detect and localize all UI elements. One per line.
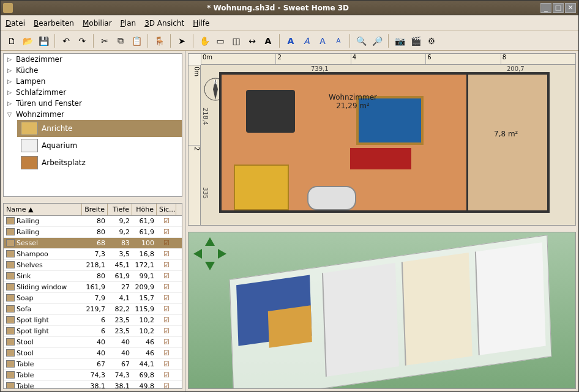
checkbox-icon[interactable]: ☑ — [163, 239, 170, 247]
chevron-right-icon: ▷ — [7, 67, 13, 73]
new-icon[interactable]: 🗋 — [4, 34, 19, 48]
dec-font-icon[interactable]: A — [331, 34, 346, 48]
select-tool-icon[interactable]: ➤ — [174, 34, 189, 48]
plan-view-2d[interactable]: 0m2468 0m2 N Wohnzimmer21,29 m — [188, 53, 576, 226]
redo-icon[interactable]: ↷ — [75, 34, 89, 48]
open-icon[interactable]: 📂 — [20, 34, 35, 48]
menu-bearbeiten[interactable]: Bearbeiten — [34, 19, 74, 28]
bold-icon[interactable]: A — [283, 34, 298, 48]
checkbox-icon[interactable]: ☑ — [163, 261, 170, 269]
table-row[interactable]: Sliding window161,927209,9☑ — [4, 282, 182, 293]
checkbox-icon[interactable]: ☑ — [163, 338, 170, 346]
table-row[interactable]: Sink8061,999,1☑ — [4, 271, 182, 282]
furniture-thumb-icon — [6, 305, 15, 312]
nav-right-icon[interactable] — [218, 249, 226, 259]
create-walls-icon[interactable]: ▭ — [213, 34, 228, 48]
take-photo-icon[interactable]: 📷 — [392, 34, 407, 48]
table-row[interactable]: Spot light623,510,2☑ — [4, 326, 182, 337]
checkbox-icon[interactable]: ☑ — [163, 283, 170, 291]
table-row[interactable]: Railing809,261,9☑ — [4, 227, 182, 238]
titlebar[interactable]: * Wohnung.sh3d - Sweet Home 3D _ □ ✕ — [1, 1, 578, 15]
checkbox-icon[interactable]: ☑ — [163, 327, 170, 335]
checkbox-icon[interactable]: ☑ — [163, 250, 170, 258]
col-name[interactable]: Name ▲ — [4, 204, 82, 215]
table-row[interactable]: Table74,374,369,8☑ — [4, 370, 182, 381]
table-row[interactable]: Stool404046☑ — [4, 348, 182, 359]
category-badezimmer[interactable]: ▷Badezimmer — [4, 54, 182, 65]
paste-icon[interactable]: 📋 — [129, 34, 144, 48]
toolbar: 🗋 📂 💾 ↶ ↷ ✂ ⧉ 📋 🪑 ➤ ✋ ▭ ◫ ↔ A A A A A 🔍 … — [1, 31, 578, 51]
checkbox-icon[interactable]: ☑ — [163, 371, 170, 379]
col-breite[interactable]: Breite — [82, 204, 108, 215]
checkbox-icon[interactable]: ☑ — [163, 316, 170, 324]
chevron-right-icon: ▷ — [7, 78, 13, 84]
col-hoehe[interactable]: Höhe — [132, 204, 157, 215]
furniture-catalog[interactable]: ▷Badezimmer ▷Küche ▷Lampen ▷Schlafzimmer… — [3, 53, 182, 197]
category-lampen[interactable]: ▷Lampen — [4, 76, 182, 87]
pan-tool-icon[interactable]: ✋ — [197, 34, 212, 48]
maximize-button[interactable]: □ — [553, 3, 564, 13]
view-3d[interactable] — [188, 232, 576, 389]
table-row[interactable]: Table38,138,149,8☑ — [4, 381, 182, 388]
catalog-item-anrichte[interactable]: Anrichte — [17, 120, 182, 137]
checkbox-icon[interactable]: ☑ — [163, 217, 170, 225]
menu-3d-ansicht[interactable]: 3D Ansicht — [144, 19, 184, 28]
category-tueren[interactable]: ▷Türen und Fenster — [4, 98, 182, 109]
col-tiefe[interactable]: Tiefe — [108, 204, 132, 215]
save-icon[interactable]: 💾 — [36, 34, 51, 48]
copy-icon[interactable]: ⧉ — [113, 34, 128, 48]
inc-font-icon[interactable]: A — [315, 34, 330, 48]
checkbox-icon[interactable]: ☑ — [163, 228, 170, 236]
table-row[interactable]: Railing809,261,9☑ — [4, 216, 182, 227]
catalog-item-aquarium[interactable]: Aquarium — [17, 137, 182, 154]
table-row[interactable]: Sofa219,782,2115,9☑ — [4, 304, 182, 315]
menu-hilfe[interactable]: Hilfe — [193, 19, 209, 28]
catalog-item-arbeitsplatz[interactable]: Arbeitsplatz — [17, 154, 182, 171]
table-row[interactable]: Stool404046☑ — [4, 337, 182, 348]
add-text-icon[interactable]: A — [261, 34, 275, 48]
create-dimensions-icon[interactable]: ↔ — [245, 34, 260, 48]
separator — [93, 34, 94, 48]
checkbox-icon[interactable]: ☑ — [163, 382, 170, 388]
zoom-in-icon[interactable]: 🔍 — [354, 34, 368, 48]
furniture-thumb-icon — [6, 283, 15, 290]
category-wohnzimmer[interactable]: ▽Wohnzimmer — [4, 109, 182, 120]
undo-icon[interactable]: ↶ — [59, 34, 73, 48]
zoom-out-icon[interactable]: 🔎 — [370, 34, 384, 48]
minimize-button[interactable]: _ — [540, 3, 551, 13]
table-row[interactable]: Shampoo7,33,516,8☑ — [4, 249, 182, 260]
add-furniture-icon[interactable]: 🪑 — [152, 34, 166, 48]
table-row[interactable]: Soap7,94,115,7☑ — [4, 293, 182, 304]
create-video-icon[interactable]: 🎬 — [408, 34, 423, 48]
left-column: ▷Badezimmer ▷Küche ▷Lampen ▷Schlafzimmer… — [1, 51, 185, 391]
menu-plan[interactable]: Plan — [121, 19, 136, 28]
table-row[interactable]: Sessel6883100☑ — [4, 238, 182, 249]
checkbox-icon[interactable]: ☑ — [163, 349, 170, 357]
cut-icon[interactable]: ✂ — [97, 34, 112, 48]
create-rooms-icon[interactable]: ◫ — [229, 34, 244, 48]
preferences-icon[interactable]: ⚙ — [424, 34, 439, 48]
floor-plan[interactable]: Wohnzimmer21,29 m² 7,8 m² — [219, 72, 550, 213]
app-icon — [3, 3, 13, 13]
menu-mobiliar[interactable]: Mobiliar — [83, 19, 112, 28]
nav-down-icon[interactable] — [205, 262, 215, 270]
menu-datei[interactable]: Datei — [6, 19, 25, 28]
table-row[interactable]: Shelves218,145,1172,1☑ — [4, 260, 182, 271]
navigation-pad — [193, 237, 226, 270]
checkbox-icon[interactable]: ☑ — [163, 360, 170, 368]
close-button[interactable]: ✕ — [565, 3, 576, 13]
category-schlafzimmer[interactable]: ▷Schlafzimmer — [4, 87, 182, 98]
furniture-rows[interactable]: Railing809,261,9☑Railing809,261,9☑Sessel… — [4, 216, 182, 388]
nav-left-icon[interactable] — [193, 249, 202, 259]
nav-up-icon[interactable] — [205, 237, 215, 246]
italic-icon[interactable]: A — [299, 34, 314, 48]
checkbox-icon[interactable]: ☑ — [163, 294, 170, 302]
furniture-thumb-icon — [6, 371, 15, 379]
checkbox-icon[interactable]: ☑ — [163, 272, 170, 280]
checkbox-icon[interactable]: ☑ — [163, 305, 170, 313]
table-row[interactable]: Spot light623,510,2☑ — [4, 315, 182, 326]
table-row[interactable]: Table676744,1☑ — [4, 359, 182, 370]
plan-canvas[interactable]: N Wohnzimmer21,29 m² 7,8 m² 739,1 — [201, 65, 575, 225]
col-sichtbar[interactable]: Sic... — [157, 204, 176, 215]
category-kueche[interactable]: ▷Küche — [4, 65, 182, 76]
